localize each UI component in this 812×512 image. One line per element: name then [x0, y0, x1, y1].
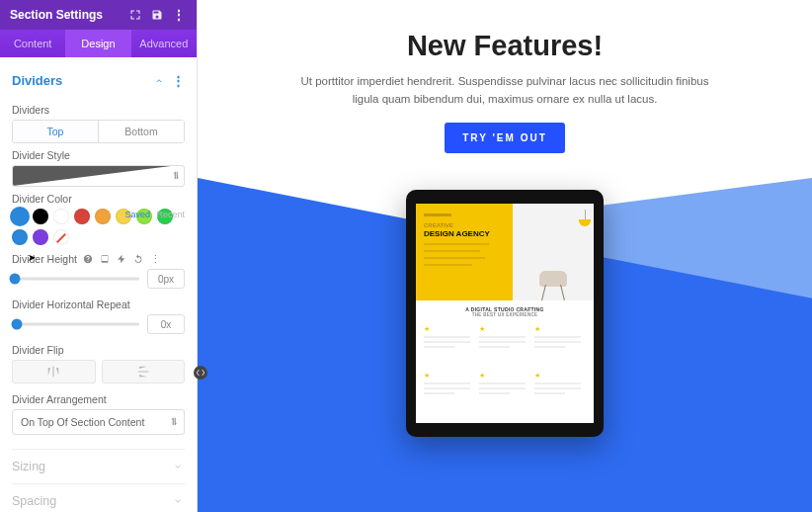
color-swatch[interactable]	[95, 209, 111, 224]
updown-icon: ⥮	[172, 170, 180, 181]
sidebar-title: Section Settings	[10, 8, 103, 22]
divider-style-preview	[13, 166, 184, 186]
color-swatch[interactable]	[53, 209, 69, 224]
tab-design[interactable]: Design	[65, 30, 130, 57]
chair-icon	[533, 257, 573, 300]
tablet-icon[interactable]	[100, 254, 111, 265]
color-swatch[interactable]	[33, 229, 48, 245]
hover-icon[interactable]	[117, 254, 127, 265]
color-swatch[interactable]	[12, 209, 28, 224]
undo-icon[interactable]	[133, 254, 144, 265]
group-dividers-header[interactable]: Dividers ⋮	[12, 67, 185, 98]
divider-height-value[interactable]: 0px	[147, 269, 185, 289]
group-sizing[interactable]: Sizing	[12, 449, 185, 483]
tablet-title: DESIGN AGENCY	[424, 229, 505, 238]
save-icon[interactable]	[149, 7, 165, 23]
sidebar-body: Dividers ⋮ Dividers Top Bottom Divider S…	[0, 57, 197, 512]
tab-advanced[interactable]: Advanced	[131, 30, 197, 57]
divider-height-label: Divider Height	[12, 253, 77, 265]
color-swatch[interactable]	[33, 209, 48, 224]
options-icon[interactable]: ⋮	[150, 254, 161, 265]
divider-side-segmented: Top Bottom	[12, 120, 185, 143]
page-preview: New Features! Ut porttitor imperdiet hen…	[198, 0, 812, 512]
divider-repeat-slider[interactable]	[12, 317, 139, 331]
color-swatch[interactable]	[53, 229, 69, 245]
chevron-up-icon	[152, 74, 166, 88]
tablet-kicker: CREATIVE	[424, 222, 505, 228]
chevron-down-icon	[171, 460, 185, 473]
hero-headline: New Features!	[237, 30, 772, 62]
flip-vertical-button[interactable]	[102, 360, 186, 384]
divider-repeat-value[interactable]: 0x	[147, 314, 185, 334]
settings-tabs: Content Design Advanced	[0, 30, 197, 57]
divider-height-slider-row: 0px	[12, 269, 185, 289]
lamp-icon	[572, 210, 588, 235]
tablet-hero-right	[513, 204, 594, 300]
chevron-down-icon	[171, 494, 185, 508]
panel-resize-handle[interactable]	[194, 366, 207, 380]
settings-sidebar: Section Settings ⋮ Content Design Advanc…	[0, 0, 198, 512]
hero-cta-button[interactable]: TRY 'EM OUT	[445, 123, 565, 153]
flip-horizontal-button[interactable]	[12, 360, 96, 384]
divider-repeat-slider-row: 0x	[12, 314, 185, 334]
help-icon[interactable]	[83, 254, 94, 265]
updown-icon: ⥮	[170, 416, 178, 427]
expand-icon[interactable]	[127, 7, 143, 23]
sidebar-header: Section Settings ⋮	[0, 0, 197, 30]
divider-style-select[interactable]: ⥮	[12, 165, 185, 187]
divider-flip-row	[12, 360, 185, 384]
divider-height-slider[interactable]	[12, 272, 139, 286]
divider-style-label: Divider Style	[12, 149, 185, 161]
divider-arrangement-value: On Top Of Section Content	[21, 416, 144, 428]
group-title: Dividers	[12, 73, 62, 88]
color-swatch[interactable]	[74, 209, 90, 224]
tab-content[interactable]: Content	[0, 30, 65, 57]
tablet-feature-grid: ★ ★ ★ ★ ★ ★	[416, 321, 594, 423]
divider-repeat-label: Divider Horizontal Repeat	[12, 299, 185, 310]
hero-subtext: Ut porttitor imperdiet hendrerit. Suspen…	[292, 72, 717, 109]
divider-flip-label: Divider Flip	[12, 344, 185, 356]
tablet-mockup: CREATIVE DESIGN AGENCY A DIGITAL STUDIO …	[406, 190, 604, 437]
divider-arrangement-label: Divider Arrangement	[12, 393, 185, 405]
saved-label[interactable]: Saved	[124, 210, 150, 219]
recent-label[interactable]: Recent	[156, 210, 185, 219]
group-spacing[interactable]: Spacing	[12, 483, 185, 512]
divider-arrangement-select[interactable]: On Top Of Section Content ⥮	[12, 409, 185, 435]
group-menu-icon[interactable]: ⋮	[172, 73, 185, 88]
color-swatch[interactable]	[12, 229, 28, 245]
hero-section: New Features! Ut porttitor imperdiet hen…	[198, 0, 812, 173]
tablet-screen: CREATIVE DESIGN AGENCY A DIGITAL STUDIO …	[416, 204, 594, 423]
color-meta: Saved Recent	[124, 210, 185, 219]
dividers-label: Dividers	[12, 104, 185, 116]
kebab-menu-icon[interactable]: ⋮	[171, 7, 187, 23]
tablet-hero-left: CREATIVE DESIGN AGENCY	[416, 204, 513, 300]
divider-bottom-button[interactable]: Bottom	[99, 121, 184, 142]
divider-color-label: Divider Color	[12, 193, 185, 205]
tablet-mid: A DIGITAL STUDIO CRAFTING THE BEST UX EX…	[416, 300, 594, 321]
divider-top-button[interactable]: Top	[13, 121, 99, 142]
